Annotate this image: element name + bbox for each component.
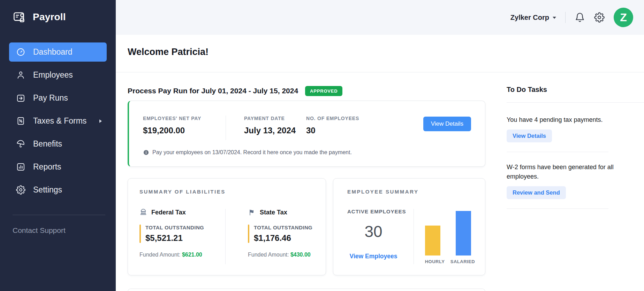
employee-type-chart: HOURLY SALARIED <box>425 209 471 264</box>
welcome-row: Welcome Patricia! <box>116 35 644 72</box>
state-tax-block: State Tax TOTAL OUTSTANDING $1,176.46 <box>248 209 326 258</box>
sidebar-divider <box>13 215 105 215</box>
salaried-bar <box>456 211 471 255</box>
active-employees-count: 30 <box>347 222 400 241</box>
employee-summary-title: EMPLOYEE SUMMARY <box>347 189 485 195</box>
caret-down-icon <box>553 17 556 19</box>
federal-tax-block: Federal Tax TOTAL OUTSTANDING $5,521.21 <box>139 209 217 258</box>
sidebar-item-label: Employees <box>33 70 73 80</box>
stat-label: NO. OF EMPLOYEES <box>306 116 359 121</box>
liabilities-card: SUMMARY OF LIABILITIES <box>128 178 326 275</box>
sidebar-item-label: Pay Runs <box>33 93 68 103</box>
task-divider <box>507 152 608 152</box>
cards-row: SUMMARY OF LIABILITIES <box>128 178 485 275</box>
status-badge: APPROVED <box>305 86 342 96</box>
payroll-logo-icon <box>13 10 27 24</box>
payrun-header: Process Pay Run for July 01, 2024 - July… <box>128 86 485 96</box>
sidebar-item-employees[interactable]: Employees <box>9 65 107 85</box>
sidebar-nav: Dashboard Employees Pay Runs Taxes & <box>0 42 116 199</box>
todo-title: To Do Tasks <box>507 86 644 96</box>
todo-view-details-button[interactable]: View Details <box>507 129 552 142</box>
tax-name: State Tax <box>260 209 287 216</box>
bell-icon <box>575 12 585 23</box>
stat-label: EMPLOYEES' NET PAY <box>143 116 226 121</box>
user-avatar[interactable]: Z <box>614 8 633 27</box>
tax-name: Federal Tax <box>151 209 186 216</box>
flag-icon <box>248 209 256 216</box>
topbar-separator <box>565 12 566 23</box>
accent-bar <box>139 225 141 243</box>
employee-summary-card: EMPLOYEE SUMMARY ACTIVE EMPLOYEES 30 Vie… <box>333 178 485 275</box>
umbrella-icon <box>16 139 25 149</box>
todo-review-send-button[interactable]: Review and Send <box>507 186 566 199</box>
stat-value: July 13, 2024 <box>244 126 306 135</box>
sidebar-item-label: Reports <box>33 162 61 172</box>
hourly-label: HOURLY <box>421 259 449 264</box>
liabilities-divider <box>225 209 226 264</box>
active-employees-label: ACTIVE EMPLOYEES <box>347 209 400 214</box>
gear-icon <box>594 12 605 23</box>
view-details-button[interactable]: View Details <box>423 117 471 131</box>
app-title: Payroll <box>33 11 66 23</box>
funded-label: Funded Amount: <box>248 252 289 258</box>
stat-payment-date: PAYMENT DATE July 13, 2024 <box>226 116 306 135</box>
sidebar-item-settings[interactable]: Settings <box>9 180 107 199</box>
org-name: Zylker Corp <box>510 14 549 22</box>
notifications-button[interactable] <box>575 12 585 23</box>
sidebar-item-label: Settings <box>33 185 62 195</box>
bank-icon <box>139 209 147 216</box>
funded-amount: $621.00 <box>182 252 202 258</box>
stat-label: PAYMENT DATE <box>244 116 306 121</box>
outstanding-value: $5,521.21 <box>145 233 204 243</box>
sidebar-item-reports[interactable]: Reports <box>9 157 107 176</box>
sidebar: Payroll Dashboard Employees Pay Runs <box>0 0 116 291</box>
stat-value: $19,200.00 <box>143 126 226 135</box>
todo-divider <box>507 102 644 103</box>
sidebar-item-benefits[interactable]: Benefits <box>9 134 107 154</box>
bar-chart-icon <box>16 162 25 172</box>
liabilities-title: SUMMARY OF LIABILITIES <box>139 189 326 195</box>
hourly-bar <box>425 226 440 255</box>
main-area: Zylker Corp Z Welcome Patricia! <box>116 0 644 291</box>
employee-summary-divider <box>414 209 414 264</box>
stat-employee-count: NO. OF EMPLOYEES 30 <box>306 116 359 135</box>
content: Welcome Patricia! Process Pay Run for Ju… <box>116 35 644 291</box>
info-icon <box>143 149 149 156</box>
page-title: Welcome Patricia! <box>128 47 644 57</box>
view-employees-link[interactable]: View Employees <box>350 253 397 260</box>
sidebar-item-label: Taxes & Forms <box>33 116 86 126</box>
sidebar-item-taxes-forms[interactable]: Taxes & Forms <box>9 111 107 131</box>
outstanding-value: $1,176.46 <box>254 233 312 243</box>
payrun-card: EMPLOYEES' NET PAY $19,200.00 PAYMENT DA… <box>128 101 485 167</box>
gear-icon <box>16 185 25 195</box>
outstanding-label: TOTAL OUTSTANDING <box>145 225 204 230</box>
chevron-right-icon <box>99 119 102 123</box>
sidebar-item-dashboard[interactable]: Dashboard <box>9 42 107 62</box>
speedometer-icon <box>16 47 25 57</box>
stat-value: 30 <box>306 126 359 135</box>
funded-amount: $430.00 <box>290 252 311 258</box>
salaried-label: SALARIED <box>449 259 477 264</box>
todo-task-text: W-2 forms have been generated for all em… <box>507 163 618 181</box>
todo-task-text: You have 4 pending tax payments. <box>507 115 618 125</box>
calendar-arrow-icon <box>16 93 25 103</box>
contact-support-link[interactable]: Contact Support <box>13 226 116 235</box>
funded-label: Funded Amount: <box>139 252 180 258</box>
accent-bar <box>248 225 249 243</box>
tax-document-icon <box>16 116 25 126</box>
payroll-app: Payroll Dashboard Employees Pay Runs <box>0 0 644 291</box>
org-switcher[interactable]: Zylker Corp <box>510 14 556 22</box>
next-card-edge <box>128 289 485 291</box>
todo-panel: To Do Tasks You have 4 pending tax payme… <box>485 72 644 291</box>
task-divider <box>507 209 608 209</box>
payrun-info-note: Pay your employees on 13/07/2024. Record… <box>143 149 471 156</box>
sidebar-item-label: Benefits <box>33 139 62 149</box>
payrun-info-text: Pay your employees on 13/07/2024. Record… <box>152 149 352 156</box>
sidebar-item-pay-runs[interactable]: Pay Runs <box>9 88 107 108</box>
content-body: Process Pay Run for July 01, 2024 - July… <box>116 72 644 291</box>
stat-net-pay: EMPLOYEES' NET PAY $19,200.00 <box>143 116 226 135</box>
settings-button[interactable] <box>594 12 605 23</box>
person-icon <box>16 70 25 80</box>
outstanding-label: TOTAL OUTSTANDING <box>254 225 312 230</box>
topbar: Zylker Corp Z <box>116 0 644 35</box>
